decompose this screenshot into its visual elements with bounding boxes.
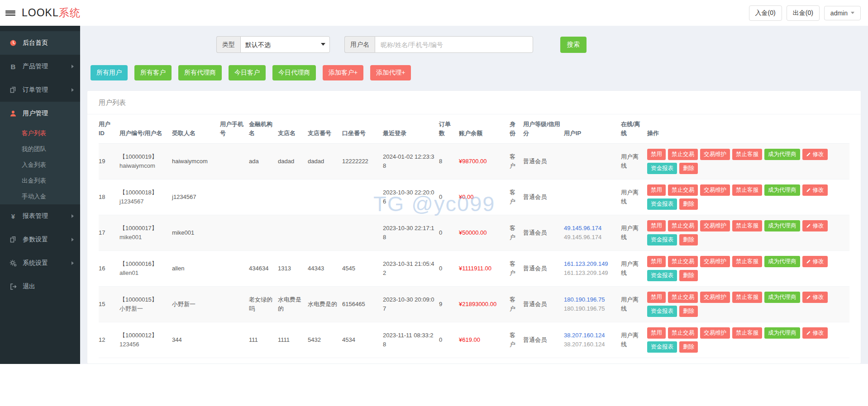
username-search-input[interactable] — [375, 36, 533, 53]
ip-link[interactable]: 49.145.96.174 — [564, 224, 617, 233]
cell-branch_no — [308, 215, 342, 251]
become-agent-button[interactable]: 成为代理商 — [764, 220, 800, 231]
all-customers-button[interactable]: 所有客户 — [134, 65, 172, 80]
trade-maintenance-button[interactable]: 交易维护 — [700, 256, 730, 267]
cell-id: 12 — [99, 322, 119, 358]
sidebar-item-system[interactable]: 系统设置 — [0, 251, 80, 275]
sidebar-subitem-my-team[interactable]: 我的团队 — [0, 141, 80, 157]
edit-button[interactable]: 修改 — [802, 256, 828, 267]
sidebar-item-users[interactable]: 用户管理 — [0, 102, 80, 125]
col-header-last_login: 最近登录 — [383, 114, 439, 144]
admin-menu-button[interactable]: admin — [824, 6, 861, 20]
funds-report-button[interactable]: 资金报表 — [647, 341, 677, 353]
cell-id: 16 — [99, 251, 119, 287]
sidebar-item-orders[interactable]: 订单管理 — [0, 78, 80, 102]
delete-button[interactable]: 删除 — [679, 270, 698, 281]
sidebar-subitem-label: 手动入金 — [22, 193, 46, 201]
ban-button[interactable]: 禁用 — [647, 149, 666, 160]
today-agents-button[interactable]: 今日代理商 — [272, 65, 316, 80]
trade-maintenance-button[interactable]: 交易维护 — [700, 292, 730, 303]
trade-maintenance-button[interactable]: 交易维护 — [700, 184, 730, 196]
ban-service-button[interactable]: 禁止客服 — [732, 220, 762, 231]
withdraw-count-button[interactable]: 出金(0) — [787, 5, 820, 21]
ban-button[interactable]: 禁用 — [647, 184, 666, 196]
ban-trade-button[interactable]: 禁止交易 — [668, 292, 698, 303]
ban-trade-button[interactable]: 禁止交易 — [668, 220, 698, 231]
col-header-orders: 订单数 — [439, 114, 459, 144]
delete-button[interactable]: 删除 — [679, 198, 698, 210]
cell-payee: j1234567 — [172, 179, 220, 215]
ban-service-button[interactable]: 禁止客服 — [732, 292, 762, 303]
funds-report-button[interactable]: 资金报表 — [647, 234, 677, 245]
ip-link[interactable]: 180.190.196.75 — [564, 295, 617, 304]
search-button[interactable]: 搜索 — [560, 37, 587, 53]
edit-button[interactable]: 修改 — [802, 327, 828, 339]
add-agent-button[interactable]: 添加代理+ — [370, 65, 411, 80]
delete-button[interactable]: 删除 — [679, 306, 698, 317]
user-icon — [8, 110, 18, 117]
chevron-down-icon — [851, 12, 854, 14]
sidebar-item-products[interactable]: B产品管理 — [0, 55, 80, 78]
ban-service-button[interactable]: 禁止客服 — [732, 256, 762, 267]
deposit-count-button[interactable]: 入金(0) — [749, 5, 782, 21]
funds-report-button[interactable]: 资金报表 — [647, 163, 677, 174]
ban-trade-button[interactable]: 禁止交易 — [668, 184, 698, 196]
funds-report-button[interactable]: 资金报表 — [647, 198, 677, 210]
cell-account_no: 6156465 — [342, 287, 383, 322]
trade-maintenance-button[interactable]: 交易维护 — [700, 149, 730, 160]
sidebar-item-dashboard[interactable]: 后台首页 — [0, 31, 80, 55]
today-customers-button[interactable]: 今日客户 — [229, 65, 266, 80]
cell-ip: 49.145.96.17449.145.96.174 — [564, 215, 621, 251]
cell-balance: ¥50000.00 — [459, 215, 510, 251]
become-agent-button[interactable]: 成为代理商 — [764, 149, 800, 160]
all-users-button[interactable]: 所有用户 — [91, 65, 128, 80]
ban-service-button[interactable]: 禁止客服 — [732, 327, 762, 339]
become-agent-button[interactable]: 成为代理商 — [764, 184, 800, 196]
delete-button[interactable]: 删除 — [679, 341, 698, 353]
ban-trade-button[interactable]: 禁止交易 — [668, 256, 698, 267]
ip-link[interactable]: 161.123.209.149 — [564, 260, 617, 269]
type-select[interactable]: 默认不选 — [240, 36, 330, 53]
sidebar-item-reports[interactable]: ¥报表管理 — [0, 204, 80, 228]
trade-maintenance-button[interactable]: 交易维护 — [700, 327, 730, 339]
ban-button[interactable]: 禁用 — [647, 327, 666, 339]
sidebar-subitem-deposit-list[interactable]: 入金列表 — [0, 157, 80, 173]
delete-button[interactable]: 删除 — [679, 234, 698, 245]
edit-button[interactable]: 修改 — [802, 292, 828, 303]
cell-ip — [564, 179, 621, 215]
edit-button[interactable]: 修改 — [802, 149, 828, 160]
ban-trade-button[interactable]: 禁止交易 — [668, 327, 698, 339]
ban-button[interactable]: 禁用 — [647, 256, 666, 267]
trade-maintenance-button[interactable]: 交易维护 — [700, 220, 730, 231]
cell-ip: 161.123.209.149161.123.209.149 — [564, 251, 621, 287]
delete-button[interactable]: 删除 — [679, 163, 698, 174]
become-agent-button[interactable]: 成为代理商 — [764, 256, 800, 267]
funds-report-button[interactable]: 资金报表 — [647, 270, 677, 281]
funds-report-button[interactable]: 资金报表 — [647, 306, 677, 317]
ban-service-button[interactable]: 禁止客服 — [732, 149, 762, 160]
sidebar-toggle-icon[interactable] — [5, 9, 15, 17]
edit-button[interactable]: 修改 — [802, 220, 828, 231]
sidebar-subitem-withdraw-list[interactable]: 出金列表 — [0, 173, 80, 189]
become-agent-button[interactable]: 成为代理商 — [764, 292, 800, 303]
sidebar-subitem-customer-list[interactable]: 客户列表 — [0, 125, 80, 141]
sidebar-item-params[interactable]: 参数设置 — [0, 228, 80, 251]
ban-trade-button[interactable]: 禁止交易 — [668, 149, 698, 160]
logout-icon — [8, 283, 18, 290]
cell-orders: 0 — [439, 251, 459, 287]
all-agents-button[interactable]: 所有代理商 — [178, 65, 222, 80]
ban-button[interactable]: 禁用 — [647, 292, 666, 303]
edit-button[interactable]: 修改 — [802, 184, 828, 196]
row-actions: 禁用禁止交易交易维护禁止客服成为代理商修改资金报表删除 — [647, 327, 846, 353]
sidebar-item-logout[interactable]: 退出 — [0, 275, 80, 298]
cell-actions: 禁用禁止交易交易维护禁止客服成为代理商修改资金报表删除 — [647, 251, 849, 287]
ban-service-button[interactable]: 禁止客服 — [732, 184, 762, 196]
cell-branch — [278, 179, 308, 215]
become-agent-button[interactable]: 成为代理商 — [764, 327, 800, 339]
ip-link[interactable]: 38.207.160.124 — [564, 331, 617, 340]
sidebar-subitem-manual-deposit[interactable]: 手动入金 — [0, 189, 80, 204]
add-customer-button[interactable]: 添加客户+ — [323, 65, 363, 80]
user-code: 【10000015】 — [119, 295, 168, 304]
table-row: 17【10000017】mike001mike0012023-10-30 22:… — [99, 215, 849, 251]
ban-button[interactable]: 禁用 — [647, 220, 666, 231]
